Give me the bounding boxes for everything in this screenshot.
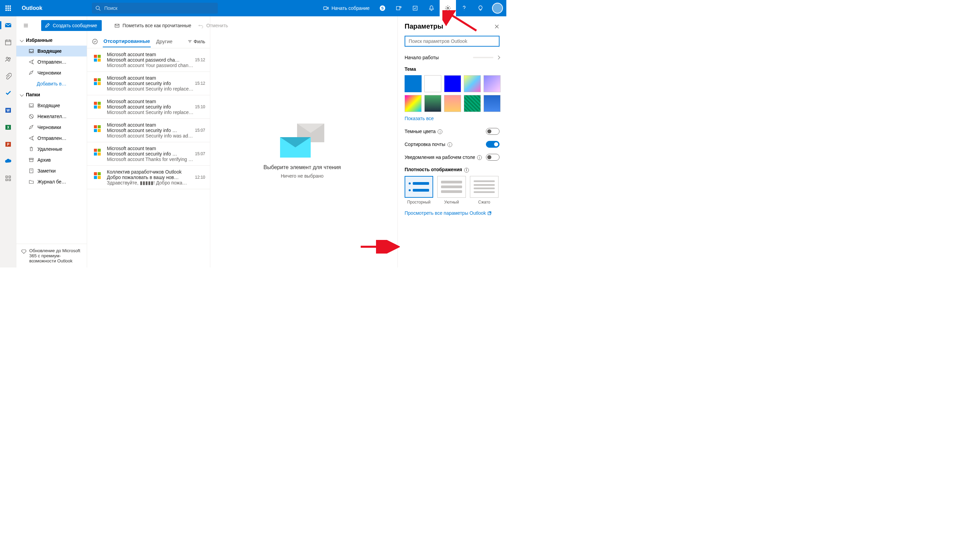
upgrade-banner[interactable]: Обновление до Microsoft 365 с премиум-во… [16,244,87,268]
brand-label: Outlook [16,5,48,11]
focused-inbox-label: Сортировка почты [404,142,445,147]
command-bar: Создать сообщение Пометить все как прочи… [87,16,506,35]
theme-option[interactable] [404,75,422,92]
settings-button[interactable] [440,0,456,16]
rail-mail[interactable] [3,20,14,30]
desktop-notif-toggle[interactable] [486,154,500,161]
nav-deleted[interactable]: Удаленные [16,143,87,154]
tab-focused[interactable]: Отсортированные [103,35,151,47]
info-icon[interactable]: i [477,155,482,160]
app-launcher-button[interactable] [0,0,16,16]
attach-icon [5,73,11,80]
notifications-button[interactable] [423,0,440,16]
theme-option[interactable] [464,95,481,112]
theme-option[interactable] [404,95,422,112]
onedrive-icon [5,158,12,165]
progress-bar [473,57,493,58]
settings-search-input[interactable] [404,36,500,47]
compose-button[interactable]: Создать сообщение [41,20,102,31]
help-button[interactable] [456,0,472,16]
undo-button[interactable]: Отменить [198,23,228,28]
chevron-down-icon [20,38,24,42]
message-from: Microsoft account team [107,52,205,57]
start-meeting-button[interactable]: Начать собрание [318,5,374,11]
svg-line-1 [99,9,100,11]
filter-icon [188,39,192,44]
mark-all-read-button[interactable]: Пометить все как прочитанные [115,23,191,28]
nav-archive[interactable]: Архив [16,154,87,166]
message-preview: Microsoft account Security info replace… [107,110,205,115]
dark-mode-toggle[interactable] [486,128,500,135]
rail-word[interactable]: W [3,105,14,116]
draft-icon [29,70,34,76]
focused-inbox-toggle[interactable] [486,141,500,148]
theme-option[interactable] [424,75,441,92]
theme-option[interactable] [484,95,501,112]
density-compact[interactable]: Сжато [470,176,498,205]
info-icon[interactable]: i [447,142,452,147]
rail-onedrive[interactable] [3,156,14,167]
search-box[interactable] [92,3,218,14]
message-preview: Microsoft account Security info was ad… [107,133,205,139]
message-item[interactable]: Microsoft account teamMicrosoft account … [87,119,210,142]
info-icon[interactable]: i [438,129,442,134]
message-item[interactable]: Microsoft account teamMicrosoft account … [87,48,210,72]
nav-inbox-fav[interactable]: Входящие [16,46,87,56]
folder-icon [29,179,34,185]
theme-option[interactable] [444,75,461,92]
theme-option[interactable] [464,75,481,92]
svg-point-6 [400,6,401,8]
rail-powerpoint[interactable]: P [3,139,14,150]
rail-more-apps[interactable] [3,173,14,184]
video-icon [323,5,329,11]
theme-option[interactable] [424,95,441,112]
waffle-icon [5,5,11,11]
rail-calendar[interactable] [3,37,14,48]
theme-option[interactable] [444,95,461,112]
message-preview: Здравствуйте, ▮▮▮▮▮! Добро пожа… [107,180,205,185]
message-from: Microsoft account team [107,99,205,104]
nav-toggle-button[interactable] [21,20,31,31]
skype-button[interactable]: S [374,0,391,16]
message-item[interactable]: Microsoft account teamMicrosoft account … [87,142,210,166]
nav-history[interactable]: Журнал бе… [16,176,87,187]
info-icon[interactable]: i [464,168,469,172]
message-item[interactable]: Коллектив разработчиков OutlookДобро пож… [87,166,210,189]
nav-notes[interactable]: Заметки [16,166,87,176]
rail-files[interactable] [3,71,14,82]
density-roomy[interactable]: Просторный [404,176,433,205]
nav-add-favorite[interactable]: Добавить в… [16,78,87,89]
folders-label: Папки [26,92,40,97]
nav-inbox[interactable]: Входящие [16,100,87,111]
tab-other[interactable]: Другие [156,36,173,47]
tips-button[interactable] [472,0,488,16]
rail-excel[interactable]: X [3,122,14,133]
message-list-header: Отсортированные Другие Филь [87,35,210,48]
view-all-settings-link[interactable]: Просмотреть все параметры Outlook [404,210,492,216]
theme-option[interactable] [484,75,501,92]
select-all-icon[interactable] [92,38,98,45]
filter-button[interactable]: Филь [188,39,205,44]
favorites-header[interactable]: Избранные [16,35,87,46]
tasks-button[interactable] [407,0,423,16]
density-cozy[interactable]: Уютный [437,176,466,205]
theme-label: Тема [404,66,500,72]
teams-button[interactable] [391,0,407,16]
rail-people[interactable] [3,54,14,65]
message-subject: Microsoft account password cha… [107,57,180,63]
show-all-themes-link[interactable]: Показать все [404,116,434,121]
nav-drafts-fav[interactable]: Черновики [16,67,87,78]
account-avatar[interactable] [492,3,503,14]
nav-sent-fav[interactable]: Отправлен… [16,56,87,67]
word-icon: W [5,107,11,114]
nav-junk[interactable]: Нежелател… [16,111,87,122]
getting-started-row[interactable]: Начало работы [404,55,500,60]
nav-drafts[interactable]: Черновики [16,122,87,133]
message-item[interactable]: Microsoft account teamMicrosoft account … [87,95,210,119]
search-input[interactable] [104,5,215,11]
bell-icon [428,5,434,11]
nav-sent[interactable]: Отправлен… [16,133,87,143]
rail-todo[interactable] [3,88,14,99]
folders-header[interactable]: Папки [16,89,87,100]
message-item[interactable]: Microsoft account teamMicrosoft account … [87,72,210,95]
